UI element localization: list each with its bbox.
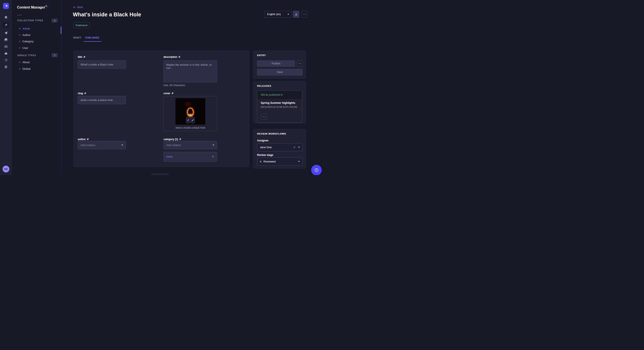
bullet-icon bbox=[19, 62, 20, 63]
media-icon[interactable] bbox=[4, 38, 8, 41]
review-panel-title: REVIEW WORKFLOWS bbox=[257, 133, 286, 135]
cover-field: what-s-inside-a-black-hole bbox=[164, 96, 217, 131]
link-icon bbox=[187, 119, 189, 121]
back-button[interactable]: Back bbox=[73, 6, 83, 9]
description-textarea[interactable]: Maybe the answer is in this article, or … bbox=[164, 60, 217, 82]
sidebar-item-label: Global bbox=[22, 67, 30, 70]
edit-form-card: title description Maybe the answer is in… bbox=[74, 51, 249, 167]
sidebar-item-about[interactable]: About bbox=[12, 59, 61, 65]
description-field-label: description bbox=[164, 55, 181, 58]
chevron-down-icon bbox=[298, 147, 300, 148]
field-label-text: title bbox=[78, 55, 82, 58]
question-circle-icon: ? bbox=[314, 168, 319, 173]
ellipsis-icon bbox=[262, 115, 265, 118]
remove-tag-icon[interactable]: ✕ bbox=[212, 155, 214, 158]
chevron-down-icon bbox=[288, 14, 289, 15]
home-icon[interactable] bbox=[4, 15, 8, 19]
download-button[interactable] bbox=[293, 11, 299, 18]
send-icon[interactable] bbox=[4, 31, 8, 35]
chevron-down-icon bbox=[298, 161, 300, 162]
field-label-text: author bbox=[78, 138, 86, 141]
entry-panel: ENTRY Publish Save bbox=[254, 51, 306, 79]
stage-status-dot bbox=[260, 161, 262, 163]
tab-published[interactable]: PUBLISHED bbox=[84, 34, 101, 42]
globe-icon bbox=[87, 138, 89, 140]
strapi-logo-icon bbox=[4, 4, 8, 8]
review-stage-select[interactable]: Reviewed bbox=[257, 158, 302, 166]
sidebar-item-label: Category bbox=[22, 40, 34, 43]
assignee-label: Assignee bbox=[257, 139, 268, 142]
category-tag-link[interactable]: news bbox=[166, 155, 173, 158]
releases-panel: RELEASES Will be published in Spring Sum… bbox=[254, 81, 306, 123]
content-manager-app: KD Content Manager COLLECTION TYPES 4 Ar… bbox=[0, 0, 322, 175]
page-title: What's inside a Black Hole bbox=[73, 11, 141, 18]
sidebar-item-label: Article bbox=[22, 27, 30, 30]
bullet-icon bbox=[19, 68, 20, 69]
bullet-icon bbox=[19, 41, 20, 42]
rail-divider bbox=[0, 163, 12, 163]
category-relation-select[interactable]: Add relation bbox=[164, 141, 217, 149]
sidebar-item-author[interactable]: Author bbox=[12, 32, 61, 38]
tab-draft[interactable]: DRAFT bbox=[71, 34, 84, 42]
sidebar-item-article[interactable]: Article bbox=[12, 25, 61, 32]
status-badge: Published bbox=[73, 22, 90, 28]
sidebar-item-user[interactable]: User bbox=[12, 45, 61, 51]
single-types-label: SINGLE TYPES bbox=[17, 54, 36, 57]
release-card: Will be published in Spring Summer highl… bbox=[257, 90, 302, 123]
subnav-title: Content Manager bbox=[17, 5, 45, 9]
field-label-text: description bbox=[164, 55, 178, 58]
search-icon bbox=[45, 5, 48, 7]
cloud-icon[interactable] bbox=[4, 52, 8, 55]
release-date: 09/11/2024 at 16:00 (UTC+02:00) bbox=[261, 106, 298, 108]
strapi-logo[interactable] bbox=[3, 3, 9, 9]
release-name: Spring Summer highlights bbox=[261, 101, 298, 104]
svg-text:?: ? bbox=[316, 169, 317, 172]
sidebar-item-global[interactable]: Global bbox=[12, 65, 61, 72]
gear-icon[interactable] bbox=[4, 65, 8, 69]
field-label-text: cover bbox=[164, 92, 170, 95]
help-button[interactable]: ? bbox=[311, 165, 322, 175]
layout-icon[interactable] bbox=[4, 45, 8, 48]
description-hint: max. 80 characters bbox=[164, 84, 185, 87]
save-button[interactable]: Save bbox=[257, 69, 302, 75]
cart-icon[interactable] bbox=[4, 58, 8, 62]
arrow-left-icon bbox=[73, 6, 76, 9]
relation-placeholder: Add relation bbox=[80, 144, 95, 147]
title-input[interactable] bbox=[78, 60, 126, 69]
cover-caption: what-s-inside-a-black-hole bbox=[164, 126, 217, 129]
edit-cover-button[interactable] bbox=[190, 117, 195, 123]
assignee-value: Jane Doe bbox=[260, 146, 272, 149]
review-workflows-panel: REVIEW WORKFLOWS Assignee Jane Doe ✕ Rev… bbox=[254, 129, 306, 169]
ellipsis-icon bbox=[303, 13, 306, 16]
entry-more-button[interactable] bbox=[297, 60, 302, 67]
chevron-down-icon bbox=[122, 145, 123, 146]
author-relation-select[interactable]: Add relation bbox=[78, 141, 126, 149]
entry-panel-title: ENTRY bbox=[257, 54, 266, 57]
user-avatar[interactable]: KD bbox=[2, 166, 9, 173]
review-stage-label: Review stage bbox=[257, 154, 273, 157]
title-field-label: title bbox=[78, 55, 86, 58]
clear-assignee-icon[interactable]: ✕ bbox=[293, 146, 296, 149]
ellipsis-icon bbox=[298, 62, 301, 65]
next-section-peek bbox=[151, 173, 169, 175]
sidebar-item-category[interactable]: Category bbox=[12, 38, 61, 45]
locale-select[interactable]: English (en) bbox=[264, 11, 292, 18]
stage-value: Reviewed bbox=[264, 160, 276, 163]
cover-field-label: cover bbox=[164, 92, 174, 95]
publish-button[interactable]: Publish bbox=[257, 60, 295, 67]
feather-icon[interactable] bbox=[2, 22, 9, 28]
slug-input[interactable] bbox=[78, 96, 126, 104]
main-area: Back What's inside a Black Hole Publishe… bbox=[61, 0, 322, 175]
sidebar-item-label: About bbox=[22, 61, 30, 64]
more-actions-button[interactable] bbox=[301, 11, 307, 18]
release-more-button[interactable] bbox=[261, 114, 267, 120]
assignee-select[interactable]: Jane Doe ✕ bbox=[257, 143, 302, 151]
subnav-divider bbox=[17, 15, 22, 15]
sidebar-item-label: Author bbox=[22, 33, 30, 37]
field-label-text: category (1) bbox=[164, 138, 178, 141]
single-types-count: 2 bbox=[52, 53, 58, 57]
copy-link-button[interactable] bbox=[186, 117, 190, 123]
pencil-icon bbox=[192, 119, 194, 121]
category-field-label: category (1) bbox=[164, 138, 182, 141]
search-button[interactable] bbox=[43, 3, 50, 9]
